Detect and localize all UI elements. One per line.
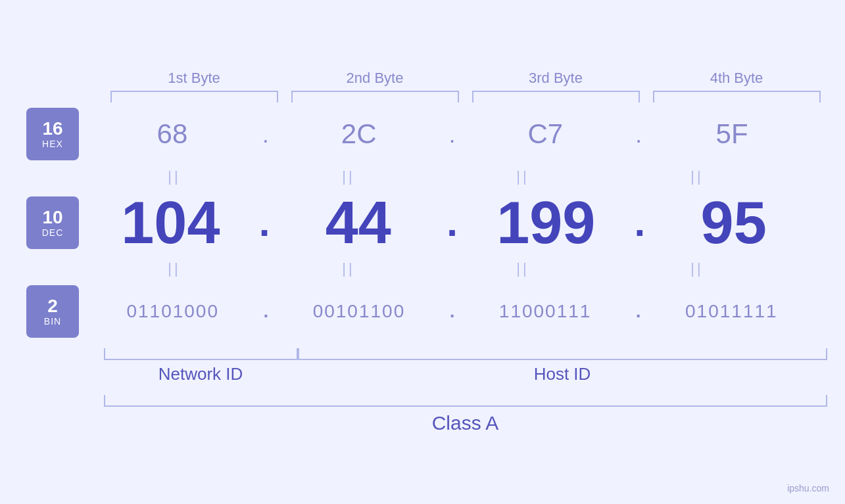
dec-value-4: 95 <box>648 193 819 252</box>
dec-value-3: 199 <box>461 193 631 252</box>
top-bracket-4 <box>653 91 821 103</box>
equals-row-1: || || || || <box>61 168 785 185</box>
dec-dot-2: . <box>443 203 461 242</box>
bin-row: 2 BIN 01101000 . 00101100 . 11000111 . 0… <box>26 285 819 338</box>
hex-badge-label: HEX <box>42 139 63 149</box>
bottom-labels-row: Network ID Host ID <box>104 364 827 384</box>
dec-value-2: 44 <box>273 193 443 252</box>
byte-header-2: 2nd Byte <box>285 70 466 91</box>
bottom-section: Network ID Host ID <box>104 348 827 384</box>
eq-1-4: || <box>610 168 785 185</box>
top-bracket-2 <box>291 91 459 103</box>
dec-dot-1: . <box>256 203 274 242</box>
main-container: 1st Byte 2nd Byte 3rd Byte 4th Byte 16 H… <box>0 0 845 504</box>
byte-header-3: 3rd Byte <box>466 70 646 91</box>
equals-row-2: || || || || <box>61 260 785 277</box>
network-id-label: Network ID <box>104 364 298 384</box>
bin-value-2: 00101100 <box>272 301 446 322</box>
eq-1-2: || <box>262 168 436 185</box>
eq-2-4: || <box>610 260 785 277</box>
bin-dot-2: . <box>447 302 458 321</box>
bin-value-1: 01101000 <box>85 301 260 322</box>
dec-row: 10 DEC 104 . 44 . 199 . 95 <box>26 193 819 252</box>
hex-dot-3: . <box>632 123 645 146</box>
watermark: ipshu.com <box>787 483 829 493</box>
bin-dot-3: . <box>633 302 644 321</box>
hex-value-1: 68 <box>85 118 259 150</box>
class-bracket <box>104 395 827 407</box>
eq-1-3: || <box>436 168 610 185</box>
network-bracket <box>104 348 298 360</box>
host-bracket <box>298 348 827 360</box>
dec-badge: 10 DEC <box>26 196 79 249</box>
hex-values-area: 68 . 2C . C7 . 5F <box>85 118 819 150</box>
dec-dot-3: . <box>631 203 649 242</box>
bottom-brackets-row <box>104 348 827 360</box>
hex-value-3: C7 <box>458 118 632 150</box>
bin-value-3: 11000111 <box>458 301 632 322</box>
class-section: Class A <box>104 395 827 434</box>
hex-dot-1: . <box>259 123 272 146</box>
bin-badge-label: BIN <box>44 316 61 327</box>
bin-values-area: 01101000 . 00101100 . 11000111 . 0101111… <box>85 301 819 322</box>
hex-badge-num: 16 <box>42 119 62 139</box>
eq-2-3: || <box>436 260 610 277</box>
dec-value-1: 104 <box>85 193 256 252</box>
byte-header-1: 1st Byte <box>104 70 285 91</box>
hex-badge: 16 HEX <box>26 108 79 160</box>
eq-2-2: || <box>262 260 436 277</box>
bin-badge: 2 BIN <box>26 285 79 338</box>
hex-value-2: 2C <box>272 118 446 150</box>
eq-2-1: || <box>87 260 262 277</box>
hex-value-4: 5F <box>645 118 819 150</box>
hex-dot-2: . <box>446 123 459 146</box>
class-label: Class A <box>104 412 827 434</box>
byte-headers-row: 1st Byte 2nd Byte 3rd Byte 4th Byte <box>104 70 827 91</box>
top-bracket-1 <box>110 91 278 103</box>
host-id-label: Host ID <box>298 364 827 384</box>
byte-header-4: 4th Byte <box>646 70 827 91</box>
bin-dot-1: . <box>260 302 272 321</box>
top-bracket-row <box>104 91 827 103</box>
top-bracket-3 <box>472 91 640 103</box>
bin-value-4: 01011111 <box>644 301 819 322</box>
dec-badge-label: DEC <box>42 227 64 238</box>
dec-values-area: 104 . 44 . 199 . 95 <box>85 193 819 252</box>
bin-badge-num: 2 <box>47 296 58 317</box>
dec-badge-num: 10 <box>42 208 62 228</box>
eq-1-1: || <box>87 168 262 185</box>
hex-row: 16 HEX 68 . 2C . C7 . 5F <box>26 108 819 160</box>
